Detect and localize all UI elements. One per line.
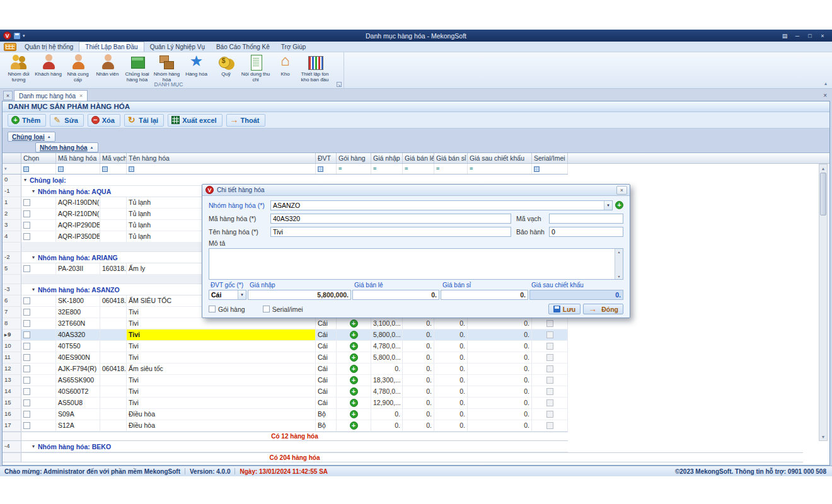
- product-code-cell[interactable]: S12A: [56, 420, 100, 432]
- column-header[interactable]: Giá bán sỉ: [434, 153, 468, 163]
- unit-cell[interactable]: Cái: [316, 318, 337, 329]
- select-cell[interactable]: [21, 220, 56, 231]
- select-cell[interactable]: [21, 209, 56, 220]
- ribbon-item[interactable]: Hàng hóa: [182, 54, 211, 80]
- unit-cell[interactable]: Bộ: [316, 409, 337, 420]
- retail-price-cell[interactable]: 0.: [403, 341, 434, 352]
- row-checkbox[interactable]: [23, 399, 30, 406]
- barcode-cell[interactable]: [100, 318, 127, 329]
- unit-cell[interactable]: Cái: [316, 341, 337, 352]
- purchase-price-cell[interactable]: 0.: [371, 364, 403, 375]
- barcode-cell[interactable]: [100, 420, 127, 432]
- retail-price-cell[interactable]: 0.: [403, 375, 434, 386]
- retail-price-cell[interactable]: 0.: [403, 329, 434, 341]
- row-checkbox[interactable]: [23, 210, 30, 217]
- tab-close-icon[interactable]: ×: [79, 93, 83, 99]
- table-row[interactable]: 8 32T660N Tivi Cái 3,100,0... 0. 0. 0.: [3, 318, 568, 329]
- serial-cell[interactable]: [532, 352, 568, 364]
- collapse-group-icon[interactable]: ▾: [32, 287, 35, 292]
- retail-price-cell[interactable]: 0.: [403, 318, 434, 329]
- discount-price-cell[interactable]: 0.: [468, 386, 532, 398]
- column-header[interactable]: Serial/Imei: [532, 153, 568, 163]
- table-row[interactable]: 16 S09A Điều hòa Bộ 0. 0. 0. 0.: [3, 409, 568, 420]
- serial-cell[interactable]: [532, 409, 568, 420]
- scroll-down-icon[interactable]: ▾: [618, 274, 620, 278]
- discount-price-cell[interactable]: 0.: [468, 398, 532, 409]
- select-cell[interactable]: [21, 364, 56, 375]
- retail-price-cell[interactable]: 0.: [403, 352, 434, 364]
- table-row[interactable]: 12 AJK-F794(R) 060418... Ấm siêu tốc Cái…: [3, 364, 568, 375]
- ribbon-item[interactable]: Quỹ: [211, 54, 241, 80]
- wholesale-price-cell[interactable]: 0.: [434, 318, 468, 329]
- add-package-icon[interactable]: [350, 410, 358, 418]
- unit-cell[interactable]: Cái: [316, 352, 337, 364]
- ribbon-item[interactable]: Chủng loại hàng hóa: [122, 54, 152, 83]
- serial-cell[interactable]: [532, 364, 568, 375]
- serial-checkbox[interactable]: [546, 399, 553, 406]
- discount-price-cell[interactable]: 0.: [468, 329, 532, 341]
- row-checkbox[interactable]: [23, 343, 30, 350]
- ribbon-item[interactable]: Khách hàng: [33, 54, 63, 80]
- application-menu-button[interactable]: [4, 43, 16, 51]
- purchase-price-cell[interactable]: 4,780,0...: [371, 341, 403, 352]
- purchase-price-cell[interactable]: 5,800,0...: [371, 329, 403, 341]
- ribbon-item[interactable]: Nội dung thu chi: [241, 54, 270, 83]
- close-document-button[interactable]: ×: [3, 91, 13, 100]
- wholesale-price-cell[interactable]: 0.: [434, 375, 468, 386]
- select-cell[interactable]: [21, 231, 56, 243]
- serial-checkbox[interactable]: [546, 411, 553, 418]
- select-cell[interactable]: [21, 420, 56, 432]
- retail-price-input[interactable]: [352, 290, 439, 300]
- select-cell[interactable]: [21, 318, 56, 329]
- purchase-price-cell[interactable]: 3,100,0...: [371, 318, 403, 329]
- group-chip-nhom-hang-hoa[interactable]: Nhóm hàng hóa ▲: [35, 142, 98, 152]
- column-header[interactable]: Giá sau chiết khấu: [468, 153, 532, 163]
- toolbar-button[interactable]: Thêm: [8, 114, 46, 127]
- product-name-cell[interactable]: Điều hòa: [127, 420, 316, 432]
- unit-cell[interactable]: Cái: [316, 386, 337, 398]
- toolbar-button[interactable]: Thoát: [226, 114, 265, 127]
- discount-price-cell[interactable]: 0.: [468, 341, 532, 352]
- retail-price-cell[interactable]: 0.: [403, 409, 434, 420]
- product-name-cell[interactable]: Ấm siêu tốc: [127, 364, 316, 375]
- package-checkbox[interactable]: [209, 306, 216, 312]
- table-row[interactable]: 9 40AS320 Tivi Cái 5,800,0... 0. 0. 0.: [3, 329, 568, 341]
- collapse-group-icon[interactable]: ▾: [32, 188, 35, 194]
- serial-checkbox[interactable]: [546, 388, 553, 395]
- product-code-cell[interactable]: AS65SK900: [56, 375, 100, 386]
- product-name-cell[interactable]: Tivi: [127, 386, 316, 398]
- unit-cell[interactable]: Bộ: [316, 420, 337, 432]
- discount-price-cell[interactable]: 0.: [468, 375, 532, 386]
- purchase-price-input[interactable]: [248, 290, 351, 300]
- ribbon-item[interactable]: Nhóm hàng hóa: [152, 54, 182, 83]
- discount-price-cell[interactable]: 0.: [468, 318, 532, 329]
- row-checkbox[interactable]: [23, 422, 30, 429]
- product-code-cell[interactable]: 32T660N: [56, 318, 100, 329]
- dialog-titlebar[interactable]: V Chi tiết hàng hóa ×: [202, 185, 630, 196]
- product-name-cell[interactable]: Tivi: [127, 318, 316, 329]
- unit-cell[interactable]: Cái: [316, 364, 337, 375]
- scroll-up-icon[interactable]: ▲: [819, 164, 827, 172]
- wholesale-price-cell[interactable]: 0.: [434, 398, 468, 409]
- add-package-icon[interactable]: [350, 353, 358, 362]
- purchase-price-cell[interactable]: 18,300,...: [371, 375, 403, 386]
- discount-price-cell[interactable]: 0.: [468, 409, 532, 420]
- wholesale-price-cell[interactable]: 0.: [434, 341, 468, 352]
- product-code-cell[interactable]: 40AS320: [56, 329, 100, 341]
- column-header[interactable]: Chọn: [21, 153, 56, 163]
- column-header[interactable]: Gói hàng: [337, 153, 371, 163]
- select-cell[interactable]: [21, 263, 56, 275]
- serial-cell[interactable]: [532, 386, 568, 398]
- ribbon-tab[interactable]: Thiết Lập Ban Đầu: [79, 42, 144, 52]
- barcode-cell[interactable]: [100, 352, 127, 364]
- discount-price-cell[interactable]: 0.: [468, 364, 532, 375]
- row-checkbox[interactable]: [23, 309, 30, 316]
- product-code-cell[interactable]: 40ES900N: [56, 352, 100, 364]
- product-code-input[interactable]: [270, 214, 511, 224]
- table-row[interactable]: 10 40T550 Tivi Cái 4,780,0... 0. 0. 0.: [3, 341, 568, 352]
- row-checkbox[interactable]: [23, 331, 30, 338]
- wholesale-price-input[interactable]: [441, 290, 528, 300]
- dropdown-arrow-icon[interactable]: ▾: [604, 201, 612, 210]
- table-row[interactable]: 17 S12A Điều hòa Bộ 0. 0. 0. 0.: [3, 420, 568, 432]
- retail-price-cell[interactable]: 0.: [403, 420, 434, 432]
